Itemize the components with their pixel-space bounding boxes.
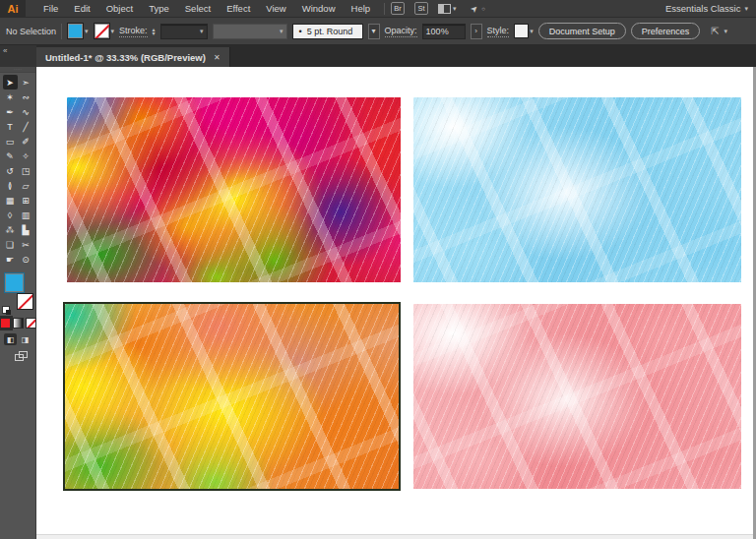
none-mode-button[interactable] [26,318,36,329]
tool-direct-selection[interactable]: ➣ [19,75,33,90]
tool-type[interactable]: T [3,119,18,134]
fill-color-dropdown[interactable]: ▾ [67,23,89,39]
stepper-down-icon[interactable]: ▾ [153,31,156,35]
document-setup-button[interactable]: Document Setup [538,23,626,39]
pasteboard-bottom-strip [36,534,753,539]
menu-edit[interactable]: Edit [66,1,97,16]
tool-shaper[interactable]: ✧ [19,149,33,163]
artwork-pink-recolor[interactable] [413,304,741,489]
menu-view[interactable]: View [258,1,293,16]
tool-paintbrush[interactable]: ✐ [19,134,33,149]
gpu-performance-ring-icon: ○ [481,6,485,12]
tool-column-graph[interactable]: ▙ [19,222,33,237]
menu-select[interactable]: Select [177,1,219,16]
menu-help[interactable]: Help [344,1,379,16]
chevron-down-icon[interactable]: ▾ [530,28,534,35]
app-logo: Ai [0,0,26,17]
draw-behind-mode-icon[interactable]: ◨ [19,333,32,345]
workspace-switcher-label[interactable]: Essentials Classic [665,3,741,14]
illustrator-window: Ai FileEditObjectTypeSelectEffectViewWin… [0,0,756,539]
tool-pencil[interactable]: ✎ [3,149,18,163]
toolbar-collapse-button[interactable]: « [0,45,36,67]
gpu-performance-icon[interactable]: ➤ [468,2,479,14]
gradient-mode-button[interactable] [13,318,24,329]
artboard-canvas[interactable] [36,67,753,539]
tool-symbol-sprayer[interactable]: ⁂ [3,222,18,237]
variable-width-profile-dropdown[interactable]: ▾ [213,24,287,39]
tool-hand[interactable]: ☛ [3,252,18,267]
artwork-blue-recolor[interactable] [413,97,741,282]
chevron-down-icon[interactable]: ▾ [276,28,284,35]
tool-eyedropper[interactable]: ◊ [3,208,18,222]
stock-button[interactable]: St [414,2,428,15]
tool-rectangle[interactable]: ▭ [3,134,18,149]
artwork-warm-recolor-selected[interactable] [63,302,401,491]
chevron-down-icon: ▾ [453,5,457,13]
brush-dot-icon: • [299,27,302,36]
stroke-color-dropdown[interactable]: ▾ [94,23,115,39]
tool-width[interactable]: ≬ [3,178,18,193]
tool-artboard[interactable]: ❏ [3,237,18,252]
tool-selection[interactable]: ➤ [3,75,18,90]
tool-line-segment[interactable]: ╱ [19,119,33,134]
tool-gradient[interactable]: ▥ [19,208,33,222]
stroke-width-dropdown[interactable]: ▾ [160,24,208,39]
tool-rotate[interactable]: ↺ [3,163,18,178]
chevron-down-icon: ▾ [372,27,376,35]
menu-window[interactable]: Window [294,1,344,16]
arrange-documents-dropdown[interactable]: ▾ [438,4,457,14]
tool-free-transform[interactable]: ▱ [19,178,33,193]
document-tab[interactable]: Untitled-1* @ 33.33% (RGB/Preview) ✕ [36,47,230,67]
menu-bar: Ai FileEditObjectTypeSelectEffectViewWin… [0,0,756,17]
style-swatch[interactable] [514,24,529,38]
stroke-label[interactable]: Stroke: [119,26,148,37]
select-similar-icon[interactable]: ⇱ [711,26,719,36]
chevron-down-icon[interactable]: ▾ [85,28,89,35]
stroke-width-stepper[interactable]: ▴ ▾ [153,28,156,35]
control-bar: No Selection ▾ ▾ Stroke: ▴ ▾ ▾ ▾ • 5 pt.… [0,17,756,45]
tool-perspective-grid[interactable]: ⊞ [19,193,33,208]
chevron-down-icon[interactable]: ▾ [724,28,728,35]
opacity-input[interactable]: 100% [422,24,466,39]
selection-status: No Selection [6,27,56,36]
fill-stroke-indicator[interactable] [2,272,33,314]
brush-definition-dropdown[interactable]: • 5 pt. Round [292,24,363,39]
brush-preset-value: 5 pt. Round [307,27,353,36]
style-label[interactable]: Style: [487,26,510,37]
style-dropdown[interactable]: ▾ [514,24,534,38]
opacity-label[interactable]: Opacity: [385,26,417,37]
chevron-down-icon[interactable]: ▾ [196,28,204,35]
tool-scale[interactable]: ◳ [19,163,33,178]
opacity-flyout-button[interactable]: › [471,24,482,39]
draw-normal-mode-icon[interactable]: ◧ [4,333,17,345]
brush-dropdown-chevron[interactable]: ▾ [368,24,380,39]
default-fill-stroke-icon[interactable] [2,306,10,314]
preferences-button[interactable]: Preferences [631,23,701,39]
chevron-down-icon[interactable]: ▾ [744,5,748,13]
fill-color-swatch[interactable] [67,23,84,39]
fill-indicator-swatch[interactable] [4,272,25,293]
tool-slice[interactable]: ✂ [19,237,33,252]
menu-type[interactable]: Type [141,1,177,16]
double-chevron-left-icon: « [3,46,7,55]
bridge-button[interactable]: Br [391,2,405,15]
color-mode-button[interactable] [0,318,11,329]
stroke-indicator-swatch[interactable] [17,293,33,310]
menu-effect[interactable]: Effect [219,1,258,16]
tool-zoom[interactable]: ⊙ [19,252,33,267]
chevron-down-icon[interactable]: ▾ [111,28,115,35]
tool-shape-builder[interactable]: ▦ [3,193,18,208]
tool-lasso[interactable]: ∾ [19,90,33,104]
tool-pen[interactable]: ✒ [3,104,18,119]
tools-grid: ➤➣✶∾✒∿T╱▭✐✎✧↺◳≬▱▦⊞◊▥⁂▙❏✂☛⊙ [3,75,33,267]
tools-panel-grip[interactable]: ····· [0,67,35,73]
menu-file[interactable]: File [35,1,66,16]
tool-curvature[interactable]: ∿ [19,104,33,119]
stroke-none-swatch[interactable] [94,23,110,39]
artwork-rainbow[interactable] [67,97,401,282]
menu-object[interactable]: Object [98,1,141,16]
change-screen-mode-icon[interactable] [15,351,29,362]
tool-magic-wand[interactable]: ✶ [3,90,18,104]
chevron-right-icon: › [474,27,477,35]
close-icon[interactable]: ✕ [214,53,220,62]
